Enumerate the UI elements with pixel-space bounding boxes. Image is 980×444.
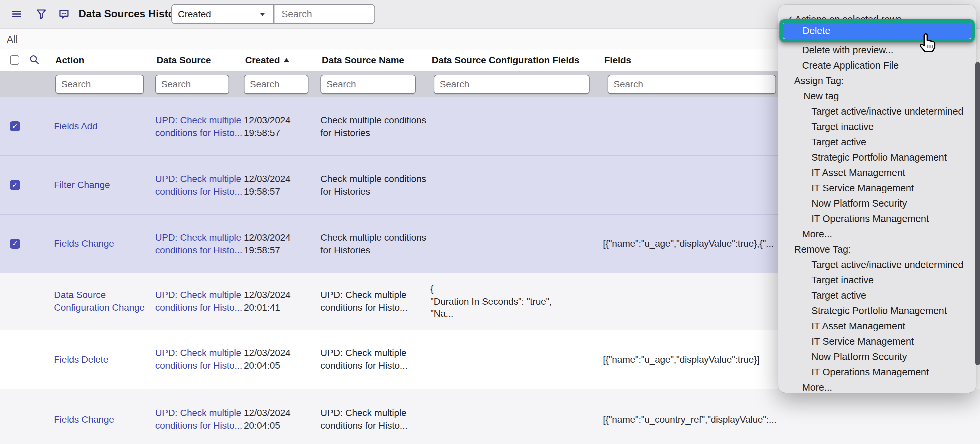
filter-input-data_source[interactable] bbox=[155, 74, 229, 94]
list-search bbox=[274, 5, 374, 23]
row-checkbox-checked[interactable]: ✓ bbox=[10, 180, 20, 190]
cell-config-fields bbox=[430, 156, 601, 214]
filter-input-fields[interactable] bbox=[608, 74, 776, 94]
cell-data-source-name: UPD: Check multiple conditions for Histo… bbox=[320, 273, 429, 330]
cell-action: Data Source Configuration Change bbox=[54, 273, 154, 330]
menu-item-it-service-management[interactable]: IT Service Management bbox=[778, 334, 976, 349]
menu-item-more[interactable]: More... bbox=[778, 227, 976, 242]
menu-item-it-asset-management[interactable]: IT Asset Management bbox=[778, 319, 976, 334]
menu-item-now-platform-security[interactable]: Now Platform Security bbox=[778, 196, 976, 211]
menu-item-new-tag[interactable]: New tag bbox=[778, 89, 976, 104]
menu-item-delete-with-preview[interactable]: Delete with preview... bbox=[778, 43, 976, 58]
cell-data-source: UPD: Check multiple conditions for Histo… bbox=[155, 156, 242, 214]
column-header-config_fields[interactable]: Data Source Configuration Fields bbox=[430, 50, 601, 71]
menu-item-remove-tag: Remove Tag: bbox=[778, 242, 976, 257]
cell-action-link[interactable]: Filter Change bbox=[54, 179, 110, 191]
hand-cursor-icon bbox=[917, 31, 940, 55]
menu-item-target-active-inactive-undetermined[interactable]: Target active/inactive undetermined bbox=[778, 104, 976, 119]
cell-config-fields bbox=[430, 97, 601, 155]
cell-data-source-name: Check multiple conditions for Histories bbox=[320, 97, 429, 155]
menu-item-delete-highlighted[interactable]: Delete bbox=[778, 27, 976, 43]
cell-created: 12/03/2024 20:04:05 bbox=[244, 389, 318, 444]
menu-item-strategic-portfolio-management[interactable]: Strategic Portfolio Management bbox=[778, 150, 976, 165]
filter-input-data_source_name[interactable] bbox=[320, 74, 416, 94]
cell-data-source-name-text: Check multiple conditions for Histories bbox=[320, 114, 429, 139]
cell-action-link[interactable]: Fields Change bbox=[54, 413, 114, 426]
menu-item-target-active-inactive-undetermined[interactable]: Target active/inactive undetermined bbox=[778, 257, 976, 273]
filter-cell-created bbox=[244, 71, 318, 97]
sort-ascending-icon bbox=[284, 58, 289, 62]
filter-cell-data_source_name bbox=[320, 71, 429, 97]
breadcrumb[interactable]: All bbox=[7, 29, 18, 49]
chat-bubble-icon[interactable] bbox=[59, 9, 69, 19]
cell-data-source-link[interactable]: UPD: Check multiple conditions for Histo… bbox=[155, 231, 242, 256]
search-icon[interactable] bbox=[29, 55, 39, 65]
menu-item-it-asset-management[interactable]: IT Asset Management bbox=[778, 165, 976, 180]
cell-data-source-link[interactable]: UPD: Check multiple conditions for Histo… bbox=[155, 172, 242, 197]
cell-action-link[interactable]: Fields Change bbox=[54, 237, 114, 250]
column-header-created[interactable]: Created bbox=[244, 50, 318, 71]
menu-item-create-application-file[interactable]: Create Application File bbox=[778, 58, 976, 73]
row-checkbox-checked[interactable]: ✓ bbox=[10, 239, 20, 249]
filter-cell-action bbox=[54, 71, 154, 97]
filter-input-created[interactable] bbox=[244, 74, 309, 94]
cell-config-fields: { "Duration In Seconds": "true", "Na... bbox=[430, 273, 601, 330]
list-search-input[interactable] bbox=[280, 8, 369, 20]
column-header-action[interactable]: Action bbox=[54, 50, 154, 71]
cell-created-text: 12/03/2024 19:58:57 bbox=[244, 172, 318, 197]
filter-cell-data_source bbox=[155, 71, 242, 97]
cell-fields: [{"name":"u_age","displayValue":true},{"… bbox=[603, 215, 803, 273]
cell-action-link[interactable]: Data Source Configuration Change bbox=[54, 289, 154, 314]
cell-data-source-link[interactable]: UPD: Check multiple conditions for Histo… bbox=[155, 347, 242, 372]
cell-created-text: 12/03/2024 20:04:05 bbox=[244, 407, 318, 432]
cell-config-fields bbox=[430, 330, 601, 389]
filter-funnel-icon[interactable] bbox=[36, 9, 47, 19]
vertical-scrollbar-thumb[interactable] bbox=[975, 62, 980, 365]
cell-fields bbox=[603, 156, 803, 214]
search-field-dropdown[interactable]: Created bbox=[172, 5, 273, 23]
cell-action-link[interactable]: Fields Add bbox=[54, 120, 98, 133]
cell-fields bbox=[603, 273, 803, 330]
cell-created-text: 12/03/2024 19:58:57 bbox=[244, 231, 318, 256]
menu-item-target-active[interactable]: Target active bbox=[778, 288, 976, 303]
cell-data-source-link[interactable]: UPD: Check multiple conditions for Histo… bbox=[155, 407, 242, 432]
cell-data-source-name-text: UPD: Check multiple conditions for Histo… bbox=[320, 289, 429, 314]
menu-item-target-active[interactable]: Target active bbox=[778, 135, 976, 150]
column-header-data_source[interactable]: Data Source bbox=[155, 50, 242, 71]
hamburger-menu-icon[interactable] bbox=[11, 9, 22, 19]
cell-data-source-link[interactable]: UPD: Check multiple conditions for Histo… bbox=[155, 114, 242, 139]
filter-input-config_fields[interactable] bbox=[434, 74, 590, 94]
cell-fields: [{"name":"u_country_ref","displayValue":… bbox=[603, 389, 803, 444]
menu-item-it-operations-management[interactable]: IT Operations Management bbox=[778, 365, 976, 380]
cell-data-source-name: UPD: Check multiple conditions for Histo… bbox=[320, 330, 429, 389]
menu-item-it-service-management[interactable]: IT Service Management bbox=[778, 180, 976, 196]
table-row: Fields ChangeUPD: Check multiple conditi… bbox=[0, 389, 980, 444]
filter-input-action[interactable] bbox=[55, 74, 144, 94]
list-search-control: Created bbox=[171, 4, 375, 24]
menu-item-more[interactable]: More... bbox=[778, 380, 976, 395]
cell-created-text: 12/03/2024 19:58:57 bbox=[244, 114, 318, 139]
cell-fields-text: [{"name":"u_country_ref","displayValue":… bbox=[603, 413, 776, 426]
row-checkbox-checked[interactable]: ✓ bbox=[10, 121, 20, 131]
cell-action-link[interactable]: Fields Delete bbox=[54, 353, 108, 366]
menu-item-target-inactive[interactable]: Target inactive bbox=[778, 119, 976, 135]
cell-created: 12/03/2024 19:58:57 bbox=[244, 215, 318, 273]
search-field-dropdown-value: Created bbox=[178, 9, 211, 19]
cell-data-source-link[interactable]: UPD: Check multiple conditions for Histo… bbox=[155, 289, 242, 314]
column-header-fields[interactable]: Fields bbox=[603, 50, 803, 71]
menu-item-target-inactive[interactable]: Target inactive bbox=[778, 273, 976, 288]
context-menu: ✓Actions on selected rows... DeleteDelet… bbox=[778, 5, 976, 393]
cell-created: 12/03/2024 19:58:57 bbox=[244, 156, 318, 214]
select-all-checkbox[interactable] bbox=[10, 55, 19, 65]
column-header-data_source_name[interactable]: Data Source Name bbox=[320, 50, 429, 71]
cell-config-fields-text: { "Duration In Seconds": "true", "Na... bbox=[430, 283, 552, 320]
page-title: Data Sources History bbox=[79, 0, 185, 28]
cell-action: Fields Add bbox=[54, 97, 154, 155]
cell-data-source-name-text: UPD: Check multiple conditions for Histo… bbox=[320, 347, 429, 372]
menu-highlight-bar[interactable]: Delete bbox=[783, 23, 971, 39]
menu-item-it-operations-management[interactable]: IT Operations Management bbox=[778, 211, 976, 227]
cell-data-source: UPD: Check multiple conditions for Histo… bbox=[155, 330, 242, 389]
menu-item-strategic-portfolio-management[interactable]: Strategic Portfolio Management bbox=[778, 303, 976, 319]
cell-data-source-name: UPD: Check multiple conditions for Histo… bbox=[320, 389, 429, 444]
menu-item-now-platform-security[interactable]: Now Platform Security bbox=[778, 349, 976, 365]
